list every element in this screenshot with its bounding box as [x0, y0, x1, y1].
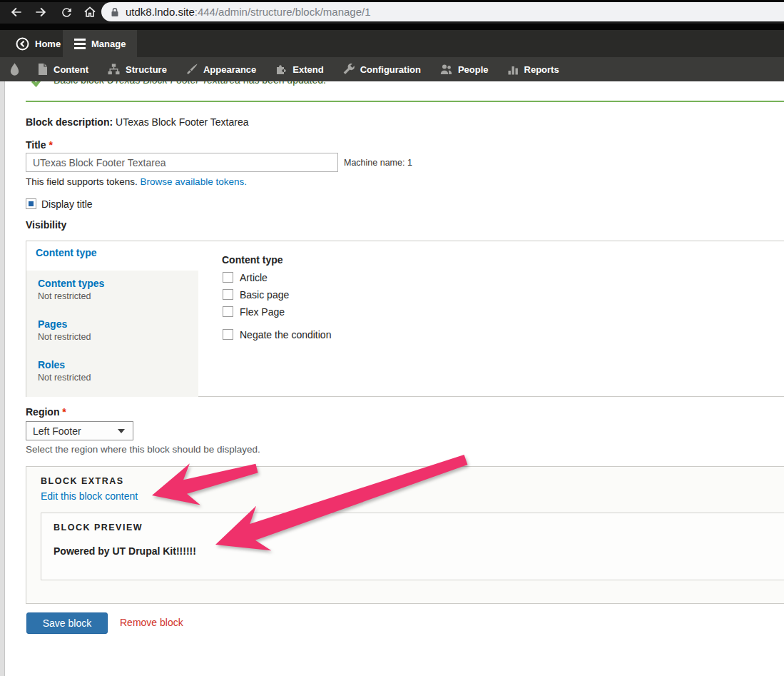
negate-condition-checkbox[interactable] — [223, 329, 233, 340]
screen: utdk8.lndo.site:444/admin/structure/bloc… — [0, 0, 784, 676]
article-label: Article — [240, 272, 268, 283]
people-icon — [440, 64, 452, 75]
menu-item-content[interactable]: Content — [38, 64, 88, 75]
brush-icon — [186, 64, 198, 75]
title-label: Title * — [26, 139, 53, 151]
menu-item-configuration[interactable]: Configuration — [343, 64, 421, 75]
region-help-text: Select the region where this block shoul… — [26, 444, 260, 455]
url-bar[interactable]: utdk8.lndo.site:444/admin/structure/bloc… — [101, 2, 784, 21]
tab-content-types[interactable]: Content types Not restricted — [38, 277, 104, 303]
lock-icon — [111, 7, 119, 17]
url-path: :444/admin/structure/block/manage/1 — [195, 6, 371, 18]
content-type-pane-heading: Content type — [222, 254, 283, 266]
puzzle-icon — [275, 64, 287, 75]
status-divider — [26, 101, 784, 102]
save-block-button[interactable]: Save block — [26, 612, 108, 634]
menu-item-extend[interactable]: Extend — [275, 64, 323, 75]
display-title-label: Display title — [41, 198, 93, 210]
token-help: This field supports tokens. Browse avail… — [26, 176, 247, 187]
basic-page-checkbox[interactable] — [223, 289, 233, 300]
block-extras-section: BLOCK EXTRAS Edit this block content BLO… — [26, 466, 784, 604]
toolbar-home-label: Home — [35, 39, 61, 49]
forward-icon[interactable] — [31, 3, 50, 21]
edit-block-content-link[interactable]: Edit this block content — [41, 490, 138, 502]
reload-icon[interactable] — [57, 3, 76, 21]
menu-item-label: Extend — [292, 64, 323, 75]
remove-block-link[interactable]: Remove block — [120, 617, 183, 628]
menu-item-label: Configuration — [360, 64, 421, 75]
browse-tokens-link[interactable]: Browse available tokens. — [141, 176, 247, 187]
sitemap-icon — [108, 64, 120, 75]
admin-menu-tray: Content Structure Appearance Extend Conf… — [0, 57, 784, 81]
required-marker: * — [62, 406, 66, 418]
block-description-value: UTexas Block Footer Textarea — [116, 116, 249, 128]
file-icon — [38, 64, 48, 75]
region-selected-value: Left Footer — [33, 425, 81, 437]
region-select[interactable]: Left Footer — [26, 421, 133, 440]
tab-pages[interactable]: Pages Not restricted — [38, 318, 91, 343]
menu-item-label: Appearance — [203, 64, 256, 75]
toolbar-home[interactable]: Home — [9, 30, 68, 57]
flex-page-checkbox[interactable] — [223, 306, 233, 317]
visibility-heading: Visibility — [26, 219, 66, 231]
block-extras-heading: BLOCK EXTRAS — [41, 476, 124, 486]
article-checkbox[interactable] — [223, 272, 233, 283]
machine-name: Machine name: 1 — [344, 158, 412, 168]
wrench-icon — [343, 64, 355, 75]
basic-page-label: Basic page — [240, 289, 289, 301]
tab-content-type-selected[interactable]: Content type — [36, 247, 97, 258]
block-description-label: Block description: — [26, 116, 113, 128]
vertical-tabs-menu: Content types Not restricted Pages Not r… — [26, 271, 198, 397]
flex-page-label: Flex Page — [240, 306, 285, 318]
block-description: Block description: UTexas Block Footer T… — [26, 116, 249, 128]
toolbar-manage[interactable]: Manage — [63, 30, 137, 57]
bar-chart-icon — [508, 64, 519, 75]
negate-condition-label: Negate the condition — [240, 329, 331, 340]
tab-roles[interactable]: Roles Not restricted — [38, 358, 91, 384]
back-icon[interactable] — [7, 3, 26, 21]
menu-item-label: Reports — [524, 64, 559, 75]
chrome-divider — [0, 24, 784, 30]
toolbar-manage-label: Manage — [91, 39, 126, 49]
select-caret-icon — [118, 429, 125, 433]
url-host: utdk8.lndo.site — [126, 6, 195, 18]
menu-item-people[interactable]: People — [440, 64, 489, 75]
browser-chrome: utdk8.lndo.site:444/admin/structure/bloc… — [0, 0, 784, 24]
home-chrome-icon[interactable] — [81, 3, 99, 21]
menu-item-structure[interactable]: Structure — [108, 64, 167, 75]
title-input[interactable] — [26, 153, 338, 172]
visibility-vertical-tabs: Content type Content types Not restricte… — [26, 241, 784, 397]
window-edge-strip — [0, 81, 5, 676]
block-preview-heading: BLOCK PREVIEW — [54, 523, 143, 533]
block-preview-section: BLOCK PREVIEW Powered by UT Drupal Kit!!… — [41, 513, 784, 580]
region-label: Region * — [26, 406, 66, 418]
menu-item-label: Content — [54, 64, 88, 75]
block-preview-text: Powered by UT Drupal Kit!!!!!! — [54, 545, 196, 557]
display-title-checkbox[interactable] — [26, 198, 36, 209]
menu-item-label: Structure — [126, 64, 167, 75]
menu-item-label: People — [458, 64, 489, 75]
drupal-logo-icon[interactable] — [9, 63, 21, 76]
required-marker: * — [49, 139, 52, 151]
back-to-site-icon — [16, 37, 29, 51]
menu-item-appearance[interactable]: Appearance — [186, 64, 256, 75]
menu-item-reports[interactable]: Reports — [508, 64, 559, 75]
admin-toolbar: Home Manage — [0, 30, 784, 57]
hamburger-icon — [74, 39, 86, 49]
